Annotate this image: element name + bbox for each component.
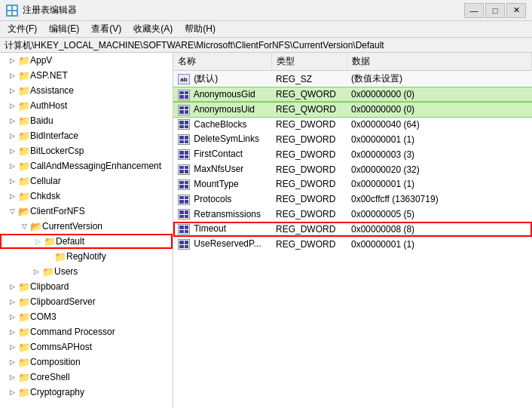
folder-icon: 📁 xyxy=(18,191,30,202)
tree-item-com3[interactable]: ▷ 📁 COM3 xyxy=(0,309,173,324)
folder-icon: 📁 xyxy=(18,176,30,187)
expand-icon: ▷ xyxy=(6,115,18,127)
cell-type: REG_DWORD xyxy=(271,237,347,252)
tree-item-assistance[interactable]: ▷ 📁 Assistance xyxy=(0,83,173,98)
expand-icon: ▷ xyxy=(6,190,18,202)
svg-rect-0 xyxy=(8,6,11,10)
tree-label: Chkdsk xyxy=(30,191,60,201)
tree-label: RegNotify xyxy=(66,251,106,262)
tree-pane[interactable]: ▷ 📁 AppV ▷ 📁 ASP.NET ▷ 📁 Assistance ▷ 📁 … xyxy=(0,53,173,408)
maximize-button[interactable]: □ xyxy=(485,3,505,18)
tree-label: CoreShell xyxy=(30,372,70,382)
tree-item-composition[interactable]: ▷ 📁 Composition xyxy=(0,354,173,370)
tree-item-baidu[interactable]: ▷ 📁 Baidu xyxy=(0,113,173,128)
path-bar: 计算机\HKEY_LOCAL_MACHINE\SOFTWARE\Microsof… xyxy=(0,38,532,53)
tree-item-appv[interactable]: ▷ 📁 AppV xyxy=(0,53,173,68)
table-row[interactable]: AnonymousGid REG_QWORD 0x00000000 (0) xyxy=(173,87,532,103)
folder-icon: 📁 xyxy=(18,327,30,338)
tree-item-authhost[interactable]: ▷ 📁 AuthHost xyxy=(0,98,173,113)
tree-item-commsaphost[interactable]: ▷ 📁 CommsAPHost xyxy=(0,339,173,354)
window-controls[interactable]: — □ ✕ xyxy=(464,3,526,18)
table-row[interactable]: DeleteSymLinks REG_DWORD 0x00000001 (1) xyxy=(173,132,532,147)
table-row[interactable]: MaxNfsUser REG_DWORD 0x00000020 (32) xyxy=(173,162,532,177)
cell-name: FirstContact xyxy=(173,147,271,162)
table-row[interactable]: ab (默认) REG_SZ (数值未设置) xyxy=(173,71,532,87)
folder-icon: 📁 xyxy=(42,266,54,278)
col-name[interactable]: 名称 xyxy=(173,53,271,71)
col-type[interactable]: 类型 xyxy=(271,53,347,71)
title-bar: 注册表编辑器 — □ ✕ xyxy=(0,0,532,21)
tree-label: Clipboard xyxy=(30,281,69,292)
expand-icon: ▷ xyxy=(6,84,18,97)
cell-data: 0x00000001 (1) xyxy=(347,176,532,192)
tree-item-clipboard[interactable]: ▷ 📁 Clipboard xyxy=(0,279,173,294)
tree-item-bitlockercsp[interactable]: ▷ 📁 BitLockerCsp xyxy=(0,143,173,158)
path-text: 计算机\HKEY_LOCAL_MACHINE\SOFTWARE\Microsof… xyxy=(5,40,384,51)
folder-icon: 📁 xyxy=(18,372,30,383)
tree-item-chkdsk[interactable]: ▷ 📁 Chkdsk xyxy=(0,189,173,204)
tree-item-default[interactable]: ▷ 📁 Default xyxy=(0,234,173,249)
table-row[interactable]: FirstContact REG_DWORD 0x00000003 (3) xyxy=(173,147,532,162)
expand-icon: ▷ xyxy=(6,311,18,323)
cell-name: Protocols xyxy=(173,192,271,207)
table-row[interactable]: CacheBlocks REG_DWORD 0x00000040 (64) xyxy=(173,117,532,132)
folder-icon: 📁 xyxy=(18,115,30,127)
tree-label: CurrentVersion xyxy=(42,221,102,232)
menu-view[interactable]: 查看(V) xyxy=(87,21,126,37)
cell-type: REG_QWORD xyxy=(271,87,347,103)
cell-data: 0x00000000 (0) xyxy=(347,102,532,117)
minimize-button[interactable]: — xyxy=(464,3,484,18)
expand-icon: ▷ xyxy=(6,69,18,81)
col-data[interactable]: 数据 xyxy=(347,53,532,71)
tree-label: Users xyxy=(54,266,78,277)
cell-type: REG_DWORD xyxy=(271,176,347,192)
folder-icon: 📁 xyxy=(18,85,30,97)
table-row-timeout[interactable]: Timeout REG_DWORD 0x00000008 (8) xyxy=(173,222,532,237)
expand-icon: ▷ xyxy=(30,265,42,278)
svg-rect-3 xyxy=(13,11,17,15)
folder-icon: 📁 xyxy=(18,146,30,157)
tree-item-currentversion[interactable]: ▽ 📂 CurrentVersion xyxy=(0,219,173,234)
tree-item-commandprocessor[interactable]: ▷ 📁 Command Processor xyxy=(0,324,173,339)
cell-name: AnonymousGid xyxy=(173,87,271,103)
tree-item-clientfornfs[interactable]: ▽ 📂 ClientForNFS xyxy=(0,204,173,219)
cell-data: 0x00000008 (8) xyxy=(347,222,532,237)
expand-icon: ▷ xyxy=(6,356,18,368)
svg-rect-1 xyxy=(13,6,17,10)
table-row[interactable]: Retransmissions REG_DWORD 0x00000005 (5) xyxy=(173,207,532,222)
folder-icon: 📁 xyxy=(18,100,30,112)
tree-item-clipboardserver[interactable]: ▷ 📁 ClipboardServer xyxy=(0,294,173,309)
tree-item-users[interactable]: ▷ 📁 Users xyxy=(0,264,173,279)
cell-type: REG_DWORD xyxy=(271,207,347,222)
menu-bar: 文件(F) 编辑(E) 查看(V) 收藏夹(A) 帮助(H) xyxy=(0,21,532,38)
expand-icon: ▷ xyxy=(6,341,18,353)
tree-item-bidinterface[interactable]: ▷ 📁 BidInterface xyxy=(0,128,173,143)
tree-item-callandmessaging[interactable]: ▷ 📁 CallAndMessagingEnhancement xyxy=(0,158,173,173)
cell-type: REG_DWORD xyxy=(271,222,347,237)
close-button[interactable]: ✕ xyxy=(506,3,526,18)
cell-name: CacheBlocks xyxy=(173,117,271,132)
cell-name: UseReservedP... xyxy=(173,237,271,252)
tree-item-regnotify[interactable]: ▷ 📁 RegNotify xyxy=(0,249,173,264)
table-row[interactable]: UseReservedP... REG_DWORD 0x00000001 (1) xyxy=(173,237,532,252)
data-pane[interactable]: 名称 类型 数据 ab (默认) REG_SZ (数值未设置) xyxy=(173,53,532,408)
table-row[interactable]: Protocols REG_DWORD 0x00cffcff (13630719… xyxy=(173,192,532,207)
cell-data: 0x00000001 (1) xyxy=(347,132,532,147)
folder-icon: 📁 xyxy=(18,387,30,398)
tree-label: ClipboardServer xyxy=(30,296,96,307)
cell-name: Timeout xyxy=(173,222,271,237)
tree-item-cellular[interactable]: ▷ 📁 Cellular xyxy=(0,173,173,189)
table-row[interactable]: AnonymousUid REG_QWORD 0x00000000 (0) xyxy=(173,102,532,117)
menu-favorites[interactable]: 收藏夹(A) xyxy=(129,21,177,37)
cell-type: REG_SZ xyxy=(271,71,347,87)
cell-data: 0x00000003 (3) xyxy=(347,147,532,162)
menu-edit[interactable]: 编辑(E) xyxy=(44,21,84,37)
menu-help[interactable]: 帮助(H) xyxy=(180,21,220,37)
menu-file[interactable]: 文件(F) xyxy=(3,21,41,37)
tree-item-coreshell[interactable]: ▷ 📁 CoreShell xyxy=(0,370,173,385)
app-icon xyxy=(6,5,18,17)
tree-item-cryptography[interactable]: ▷ 📁 Cryptography xyxy=(0,385,173,400)
tree-item-aspnet[interactable]: ▷ 📁 ASP.NET xyxy=(0,68,173,83)
table-row[interactable]: MountType REG_DWORD 0x00000001 (1) xyxy=(173,176,532,192)
tree-label: Cryptography xyxy=(30,387,84,397)
